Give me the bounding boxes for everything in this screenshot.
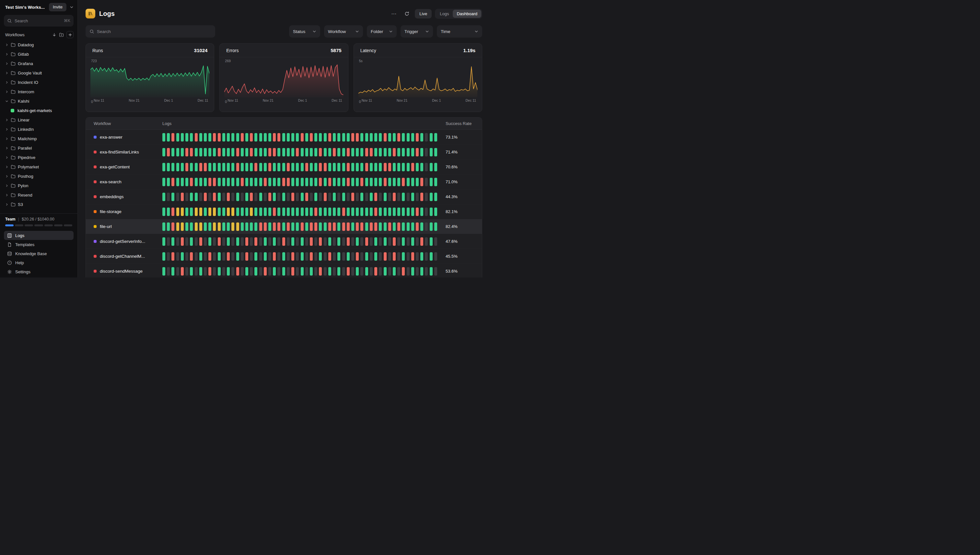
log-bar[interactable] [416, 267, 419, 276]
log-bar[interactable] [356, 133, 359, 141]
log-bar[interactable] [232, 252, 234, 261]
log-bar[interactable] [254, 267, 257, 276]
log-bar[interactable] [171, 267, 174, 276]
log-bar[interactable] [370, 192, 373, 201]
log-bar[interactable] [176, 267, 179, 276]
log-bar[interactable] [259, 267, 262, 276]
log-bar[interactable] [296, 133, 299, 141]
log-bar[interactable] [176, 192, 179, 201]
log-bar[interactable] [301, 163, 304, 171]
log-bar[interactable] [291, 237, 294, 246]
log-bar[interactable] [301, 192, 304, 201]
log-bar[interactable] [273, 267, 276, 276]
log-bar[interactable] [328, 163, 331, 171]
log-bar[interactable] [397, 237, 400, 246]
log-bar[interactable] [250, 237, 253, 246]
log-bar[interactable] [241, 163, 244, 171]
log-bar[interactable] [430, 208, 433, 216]
log-bar[interactable] [190, 148, 193, 156]
invite-button[interactable]: Invite [49, 3, 66, 11]
log-bar[interactable] [411, 192, 414, 201]
log-bar[interactable] [333, 178, 336, 186]
log-bar[interactable] [416, 208, 419, 216]
log-bar[interactable] [402, 208, 405, 216]
log-bar[interactable] [236, 267, 239, 276]
log-bar[interactable] [434, 148, 437, 156]
sidebar-folder-linear[interactable]: Linear [3, 115, 75, 125]
log-bar[interactable] [195, 133, 198, 141]
log-bar[interactable] [195, 223, 198, 231]
log-bar[interactable] [411, 223, 414, 231]
log-bar[interactable] [254, 208, 257, 216]
log-bar[interactable] [264, 178, 267, 186]
log-bar[interactable] [264, 192, 267, 201]
log-bar[interactable] [171, 163, 174, 171]
log-bar[interactable] [328, 237, 331, 246]
log-bar[interactable] [277, 252, 280, 261]
log-bar[interactable] [310, 148, 313, 156]
refresh-button[interactable] [402, 9, 412, 18]
log-bar[interactable] [411, 163, 414, 171]
log-bar[interactable] [310, 267, 313, 276]
log-bar[interactable] [347, 208, 350, 216]
log-bar[interactable] [434, 192, 437, 201]
log-bar[interactable] [425, 208, 428, 216]
log-bar[interactable] [337, 148, 340, 156]
log-bar[interactable] [388, 237, 391, 246]
log-bar[interactable] [232, 133, 234, 141]
toggle-dashboard[interactable]: Dashboard [453, 10, 481, 18]
log-bar[interactable] [397, 163, 400, 171]
log-bar[interactable] [264, 267, 267, 276]
log-bar[interactable] [291, 208, 294, 216]
log-bar[interactable] [190, 133, 193, 141]
log-bar[interactable] [324, 252, 327, 261]
log-bar[interactable] [342, 178, 345, 186]
sidebar-folder-s3[interactable]: S3 [3, 200, 75, 209]
log-bar[interactable] [434, 163, 437, 171]
log-bar[interactable] [296, 237, 299, 246]
log-bar[interactable] [241, 178, 244, 186]
log-bar[interactable] [227, 223, 230, 231]
log-bar[interactable] [163, 252, 165, 261]
log-bar[interactable] [374, 267, 377, 276]
workflow-row-file-url[interactable]: file-url82.4% [86, 219, 482, 234]
log-bar[interactable] [185, 192, 188, 201]
log-bar[interactable] [319, 133, 322, 141]
sidebar-folder-linkedin[interactable]: LinkedIn [3, 125, 75, 134]
log-bar[interactable] [328, 148, 331, 156]
log-bar[interactable] [314, 208, 317, 216]
log-bar[interactable] [236, 252, 239, 261]
log-bar[interactable] [333, 148, 336, 156]
log-bar[interactable] [305, 237, 308, 246]
log-bar[interactable] [379, 163, 382, 171]
log-bar[interactable] [351, 148, 354, 156]
log-bar[interactable] [425, 163, 428, 171]
log-bar[interactable] [218, 223, 221, 231]
log-bar[interactable] [407, 237, 410, 246]
log-bar[interactable] [277, 223, 280, 231]
log-bar[interactable] [374, 178, 377, 186]
log-bar[interactable] [273, 252, 276, 261]
log-bar[interactable] [305, 163, 308, 171]
workspace-name[interactable]: Test Sim's Works... [5, 5, 46, 10]
log-bar[interactable] [195, 178, 198, 186]
log-bar[interactable] [195, 252, 198, 261]
log-bar[interactable] [407, 163, 410, 171]
log-bar[interactable] [342, 208, 345, 216]
log-bar[interactable] [181, 267, 184, 276]
log-bar[interactable] [181, 178, 184, 186]
sidebar-search-input[interactable]: Search ⌘K [4, 15, 74, 27]
log-bar[interactable] [273, 237, 276, 246]
log-bar[interactable] [204, 237, 207, 246]
log-bar[interactable] [241, 237, 244, 246]
log-bar[interactable] [407, 133, 410, 141]
log-bar[interactable] [250, 148, 253, 156]
log-bar[interactable] [287, 133, 290, 141]
more-options-button[interactable]: ⋯ [389, 9, 399, 18]
log-bar[interactable] [167, 178, 170, 186]
log-bar[interactable] [199, 237, 202, 246]
log-bar[interactable] [181, 133, 184, 141]
log-bar[interactable] [347, 192, 350, 201]
log-bar[interactable] [384, 252, 386, 261]
log-bar[interactable] [268, 208, 271, 216]
